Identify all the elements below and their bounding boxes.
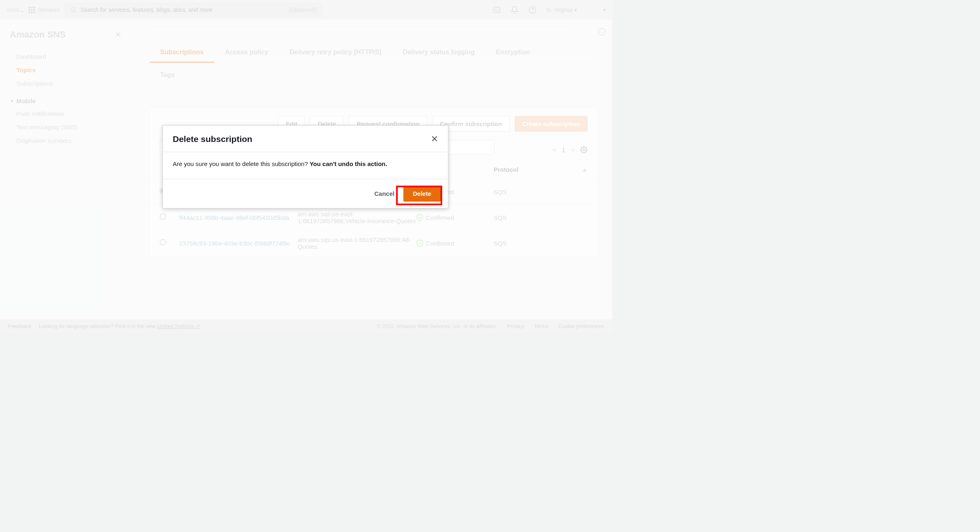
confirm-delete-button[interactable]: Delete xyxy=(403,186,441,202)
close-icon[interactable]: ✕ xyxy=(431,134,438,144)
modal-footer: Cancel Delete xyxy=(163,179,448,208)
modal-message-bold: You can't undo this action. xyxy=(310,160,387,167)
modal-body: Are you sure you want to delete this sub… xyxy=(163,152,448,179)
modal-header: Delete subscription ✕ xyxy=(163,126,448,152)
cancel-button[interactable]: Cancel xyxy=(371,186,398,201)
delete-subscription-modal: Delete subscription ✕ Are you sure you w… xyxy=(163,125,448,208)
modal-title: Delete subscription xyxy=(173,134,252,144)
modal-message: Are you sure you want to delete this sub… xyxy=(173,160,310,167)
